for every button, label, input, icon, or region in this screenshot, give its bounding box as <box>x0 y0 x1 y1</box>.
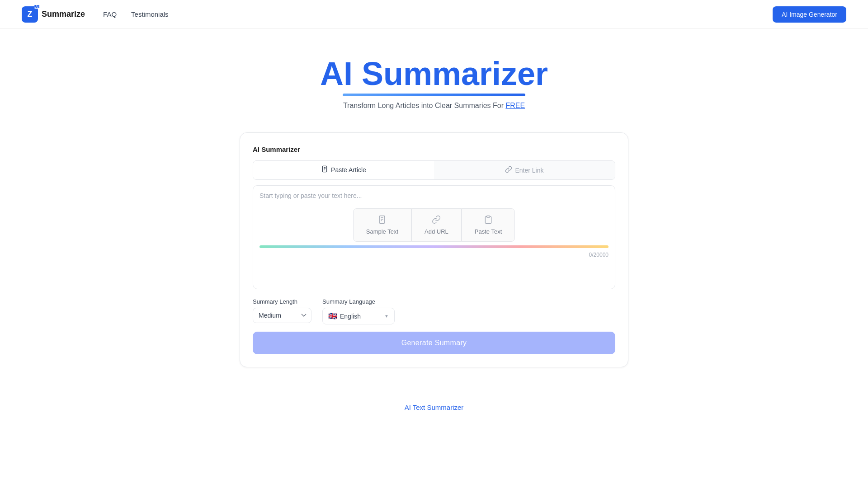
tab-enter-link[interactable]: Enter Link <box>434 161 615 179</box>
generate-summary-button[interactable]: Generate Summary <box>253 332 615 354</box>
chevron-down-icon: ▼ <box>384 314 389 319</box>
summary-length-group: Summary Length Short Medium Long <box>253 298 311 324</box>
tab-bar: Paste Article Enter Link <box>253 160 615 180</box>
hero-subtitle: Transform Long Articles into Clear Summa… <box>9 102 859 110</box>
rainbow-decoration <box>259 245 609 248</box>
sample-text-icon <box>377 215 387 225</box>
main-card: AI Summarizer Paste Article Enter Link S… <box>240 132 628 367</box>
ai-badge: AI <box>34 5 40 9</box>
hero-title: AI Summarizer <box>320 56 548 92</box>
nav-link-faq[interactable]: FAQ <box>103 10 117 18</box>
logo-text: Summarize <box>42 9 85 19</box>
settings-row: Summary Length Short Medium Long Summary… <box>253 298 615 324</box>
logo[interactable]: Z AI Summarize <box>22 6 85 23</box>
language-select-wrapper[interactable]: 🇬🇧 English Spanish French German ▼ <box>322 308 395 324</box>
nav-link-testimonials[interactable]: Testimonials <box>131 10 169 18</box>
card-title: AI Summarizer <box>253 145 615 153</box>
paste-text-icon <box>484 215 493 225</box>
summary-language-group: Summary Language 🇬🇧 English Spanish Fren… <box>322 298 395 324</box>
flag-icon: 🇬🇧 <box>328 312 337 320</box>
tab-paste-article[interactable]: Paste Article <box>253 161 434 179</box>
hero-underline <box>343 94 525 96</box>
svg-rect-8 <box>487 216 490 217</box>
hero-free-link[interactable]: FREE <box>505 102 525 109</box>
add-url-button[interactable]: Add URL <box>411 208 462 242</box>
summary-language-label: Summary Language <box>322 298 395 305</box>
char-count: 0/20000 <box>259 252 609 258</box>
paste-article-icon <box>321 165 328 174</box>
nav-links: FAQ Testimonials <box>103 10 773 18</box>
logo-icon: Z AI <box>22 6 38 23</box>
ai-image-generator-button[interactable]: AI Image Generator <box>773 6 846 23</box>
footer-section: AI Text Summarizer <box>0 376 868 421</box>
textarea-placeholder: Start typing or paste your text here... <box>259 192 609 199</box>
sample-text-button[interactable]: Sample Text <box>353 208 411 242</box>
hero-section: AI Summarizer Transform Long Articles in… <box>0 29 868 123</box>
summary-length-label: Summary Length <box>253 298 311 305</box>
paste-text-button[interactable]: Paste Text <box>462 208 515 242</box>
add-url-icon <box>432 215 441 225</box>
text-input-area[interactable]: Start typing or paste your text here... … <box>253 185 615 289</box>
language-select[interactable]: English Spanish French German <box>340 313 382 320</box>
option-buttons: Sample Text Add URL Paste Text <box>259 208 609 242</box>
enter-link-icon <box>505 166 512 174</box>
footer-link[interactable]: AI Text Summarizer <box>405 404 464 411</box>
svg-rect-4 <box>380 216 385 224</box>
summary-length-select[interactable]: Short Medium Long <box>253 308 311 323</box>
